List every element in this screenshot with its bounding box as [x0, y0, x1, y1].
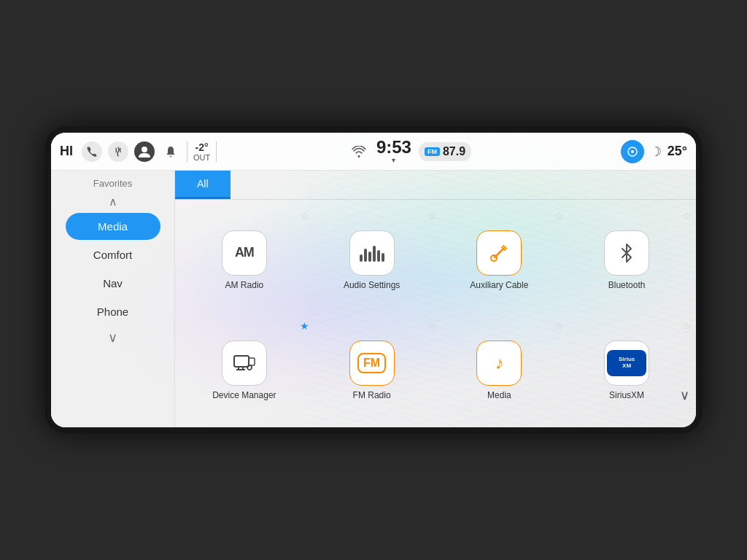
- bt-svg: [619, 243, 635, 263]
- user-avatar[interactable]: [134, 141, 155, 162]
- fm-radio-label: FM Radio: [353, 390, 391, 400]
- temp-label: OUT: [193, 153, 210, 162]
- voice-button[interactable]: [621, 140, 644, 163]
- tab-all[interactable]: All: [175, 171, 231, 199]
- favorites-label: Favorites: [93, 178, 132, 189]
- radio-frequency: 87.9: [443, 145, 465, 158]
- time-block: 9:53 ▾: [376, 139, 411, 164]
- bar1: [360, 254, 363, 262]
- sidebar-item-comfort[interactable]: Comfort: [66, 241, 160, 268]
- app-item-device-manager[interactable]: ★ Device Mana: [182, 317, 306, 424]
- bluetooth-icon: [604, 230, 649, 276]
- main-content: Favorites ∧ Media Comfort Nav Phone ∨: [51, 171, 696, 427]
- audio-settings-label: Audio Settings: [344, 280, 400, 290]
- chevron-down-icon: ∨: [680, 387, 689, 403]
- sidebar-item-phone[interactable]: Phone: [66, 298, 160, 325]
- app-item-am-radio[interactable]: ☆ AM AM Radio: [182, 207, 306, 314]
- sidebar: Favorites ∧ Media Comfort Nav Phone ∨: [51, 171, 175, 427]
- status-left: HI: [60, 141, 220, 162]
- device-manager-icon: [222, 341, 267, 386]
- climate-icon[interactable]: [108, 141, 128, 162]
- aux-label: Auxiliary Cable: [470, 280, 528, 290]
- svg-point-3: [491, 255, 497, 261]
- star-media[interactable]: ☆: [554, 320, 564, 332]
- time-expand-icon[interactable]: ▾: [376, 156, 411, 164]
- clock-display: 9:53: [376, 139, 411, 156]
- app-item-media[interactable]: ☆ ♪ Media: [438, 317, 562, 424]
- star-am-radio[interactable]: ☆: [300, 210, 309, 222]
- radio-badge[interactable]: FM 87.9: [419, 142, 471, 161]
- cabin-temperature: 25°: [667, 144, 687, 159]
- night-mode-icon[interactable]: ☽: [650, 144, 662, 160]
- aux-svg: [489, 243, 509, 263]
- sidebar-scroll-down[interactable]: ∨: [108, 330, 117, 346]
- temp-value: -2°: [196, 141, 209, 153]
- am-radio-icon: AM: [222, 230, 267, 276]
- svg-point-2: [631, 150, 634, 153]
- car-bezel: HI: [45, 127, 702, 433]
- app-item-siriusxm[interactable]: ☆ SiriusXM SiriusXM: [565, 317, 689, 424]
- siriusxm-icon: SiriusXM: [604, 341, 649, 386]
- audio-settings-icon: [349, 230, 395, 276]
- screen: HI: [51, 133, 696, 427]
- device-mgr-svg: [233, 353, 256, 373]
- star-audio-settings[interactable]: ☆: [427, 210, 437, 222]
- status-right: ☽ 25°: [600, 140, 687, 163]
- bar5: [377, 250, 380, 262]
- svg-rect-5: [249, 358, 255, 365]
- svg-rect-4: [234, 356, 249, 367]
- status-bar: HI: [51, 133, 696, 171]
- radio-band-label: FM: [425, 147, 440, 156]
- sidebar-item-nav[interactable]: Nav: [66, 270, 160, 297]
- app-item-audio-settings[interactable]: ☆ Audio Settings: [310, 207, 434, 314]
- bar2: [364, 249, 367, 262]
- sirius-logo: SiriusXM: [607, 350, 646, 376]
- app-item-bluetooth[interactable]: ☆ Bluetooth: [565, 207, 689, 314]
- bluetooth-label: Bluetooth: [608, 280, 646, 290]
- music-note-icon: ♪: [495, 353, 503, 373]
- fm-text-icon: FM: [357, 353, 386, 373]
- fm-radio-icon: FM: [349, 341, 395, 386]
- svg-point-0: [142, 147, 147, 152]
- notification-bell-icon[interactable]: [160, 141, 181, 162]
- am-radio-label: AM Radio: [225, 280, 264, 290]
- aux-icon: [476, 230, 522, 276]
- app-item-aux[interactable]: ☆ Auxiliary Cable: [438, 207, 562, 314]
- star-fm-radio[interactable]: ☆: [427, 320, 437, 332]
- outside-temperature: -2° OUT: [187, 141, 217, 162]
- media-icon: ♪: [476, 341, 522, 386]
- sidebar-scroll-up[interactable]: ∧: [109, 195, 117, 209]
- phone-icon[interactable]: [82, 141, 102, 162]
- scroll-down-button[interactable]: ∨: [674, 385, 694, 405]
- star-device-manager[interactable]: ★: [300, 320, 309, 332]
- audio-bars-icon: [360, 244, 384, 262]
- device-manager-label: Device Manager: [212, 390, 276, 400]
- star-aux[interactable]: ☆: [554, 210, 564, 222]
- star-bluetooth[interactable]: ☆: [682, 210, 692, 222]
- wifi-icon[interactable]: [349, 141, 369, 162]
- status-center: 9:53 ▾ FM 87.9: [220, 139, 600, 164]
- siriusxm-label: SiriusXM: [609, 390, 644, 400]
- app-area: All ☆ AM AM Radio ☆: [175, 171, 696, 427]
- greeting-text: HI: [60, 144, 73, 159]
- app-grid: ☆ AM AM Radio ☆: [175, 200, 696, 427]
- bar4: [373, 246, 376, 262]
- star-siriusxm[interactable]: ☆: [682, 320, 692, 332]
- tabs-bar: All: [175, 171, 696, 200]
- bar6: [382, 253, 384, 262]
- app-item-fm-radio[interactable]: ☆ FM FM Radio: [310, 317, 434, 424]
- media-label: Media: [487, 390, 511, 400]
- am-text-icon: AM: [235, 245, 254, 260]
- bar3: [368, 252, 371, 262]
- sidebar-item-media[interactable]: Media: [66, 213, 160, 240]
- sirius-text: SiriusXM: [619, 357, 635, 370]
